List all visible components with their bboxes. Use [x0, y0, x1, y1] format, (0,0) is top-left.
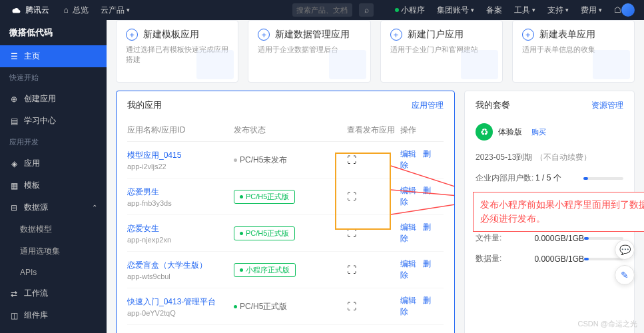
sidebar-home[interactable]: ☰主页 — [0, 45, 107, 67]
sidebar-apis[interactable]: APIs — [0, 262, 107, 282]
sidebar-datasource[interactable]: ⊟数据源⌃ — [0, 196, 107, 218]
sidebar-learn[interactable]: ▤学习中心 — [0, 110, 107, 132]
bell-icon: ☖ — [614, 5, 621, 15]
plus-circle-icon: + — [390, 29, 402, 41]
table-row: 恋爱女生app-njexp2xn PC/H5正式版 ⛶ 编辑删除 — [127, 215, 444, 252]
progress-bar — [584, 237, 623, 240]
chevron-up-icon: ⌃ — [92, 204, 97, 211]
search-button[interactable]: ⌕ — [359, 3, 374, 17]
plus-circle-icon: + — [258, 29, 270, 41]
progress-bar — [583, 177, 623, 180]
sidebar-apps[interactable]: ◈应用 — [0, 153, 107, 174]
avatar[interactable] — [621, 3, 635, 17]
template-card[interactable]: +新建门户应用 适用于企业门户和官网建站 — [380, 20, 503, 83]
buy-link[interactable]: 购买 — [531, 127, 546, 137]
nav-miniprogram[interactable]: 小程序 — [395, 5, 425, 16]
qr-icon[interactable]: ⛶ — [347, 191, 356, 202]
panel-title: 我的应用 — [127, 99, 162, 111]
sidebar-workflow[interactable]: ⇄工作流 — [0, 282, 107, 304]
expire-label: 2023-05-13到期 — [476, 152, 535, 163]
template-card[interactable]: +新建数据管理应用 适用于企业数据管理后台 — [248, 20, 370, 83]
main-content: +新建模板应用 通过选择已有模板快速完成应用搭建 +新建数据管理应用 适用于企业… — [107, 20, 644, 333]
component-icon: ◫ — [9, 311, 19, 320]
nav-tools[interactable]: 工具▾ — [514, 5, 535, 16]
sidebar-group-admin: 管理中心 — [0, 326, 107, 333]
edit-link[interactable]: 编辑 — [400, 259, 416, 268]
template-card[interactable]: +新建表单应用 适用于表单信息的收集 — [512, 20, 635, 83]
qr-icon[interactable]: ⛶ — [347, 264, 356, 275]
sidebar-datamodel[interactable]: 数据模型 — [0, 218, 107, 240]
my-apps-panel: 我的应用 应用管理 应用名称/应用ID 发布状态 查看发布应用 操作 模型应用_… — [116, 91, 455, 333]
table-header: 应用名称/应用ID 发布状态 查看发布应用 操作 — [127, 119, 444, 142]
search-icon: ⌕ — [364, 5, 369, 15]
plus-circle-icon: + — [126, 29, 138, 41]
float-feedback-button[interactable]: ✎ — [615, 265, 635, 285]
nav-group[interactable]: 集团账号▾ — [437, 5, 474, 16]
app-name-link[interactable]: 恋爱盲盒（大学生版） — [127, 260, 234, 271]
watermark: CSDN @命运之光 — [578, 319, 637, 329]
nav-support[interactable]: 支持▾ — [547, 5, 569, 16]
list-icon: ☰ — [9, 52, 19, 61]
template-icon: ▦ — [9, 181, 19, 190]
chevron-down-icon: ▾ — [127, 7, 130, 13]
nav-beian[interactable]: 备案 — [486, 5, 502, 16]
database-icon: ⊟ — [9, 203, 19, 212]
progress-bar — [584, 258, 623, 260]
status-dot-icon — [395, 8, 399, 12]
nav-overview[interactable]: ⌂总览 — [61, 5, 89, 16]
panel-title: 我的套餐 — [476, 99, 510, 111]
sidebar-components[interactable]: ◫组件库 — [0, 304, 107, 326]
search-box[interactable] — [292, 3, 352, 17]
edit-link[interactable]: 编辑 — [400, 296, 416, 305]
app-name-link[interactable]: 模型应用_0415 — [127, 150, 234, 161]
qr-icon[interactable]: ⛶ — [347, 301, 356, 312]
qr-icon[interactable]: ⛶ — [347, 155, 356, 165]
table-row: 快速入门_0413-管理平台app-0eYV2tqQ PC/H5正式版 ⛶ 编辑… — [127, 288, 444, 325]
edit-icon: ✎ — [621, 270, 629, 280]
table-row: 模型应用_0415app-i2vljs22 PC/H5未发布 ⛶ 编辑删除 — [127, 142, 444, 178]
top-nav: 腾讯云 ⌂总览 云产品▾ ⌕ 小程序 集团账号▾ 备案 工具▾ 支持▾ 费用▾ … — [0, 0, 644, 20]
expire-note: （不自动续费） — [535, 152, 591, 163]
plan-name: 体验版 — [498, 127, 522, 138]
search-input[interactable] — [296, 6, 348, 14]
flow-icon: ⇄ — [9, 289, 19, 298]
table-row: 恋爱男生app-fnb3y3ds PC/H5正式版 ⛶ 编辑删除 — [127, 178, 444, 215]
sidebar-group-quickstart: 快速开始 — [0, 67, 107, 88]
plus-circle-icon: + — [522, 29, 534, 41]
table-row: 恋爱盲盒（大学生版）app-wts9cbul 小程序正式版 ⛶ 编辑删除 — [127, 252, 444, 288]
edit-link[interactable]: 编辑 — [400, 186, 416, 195]
package-icon: ♻ — [476, 123, 493, 141]
template-card[interactable]: +新建模板应用 通过选择已有模板快速完成应用搭建 — [116, 20, 238, 83]
annotation-callout: 发布小程序前如果小程序里面用到了数据库，那么数据库也必须进行发布。 — [473, 192, 644, 232]
sidebar-templates[interactable]: ▦模板 — [0, 174, 107, 196]
sidebar-optionset[interactable]: 通用选项集 — [0, 240, 107, 262]
app-icon: ◈ — [9, 159, 19, 168]
sidebar-group-dev: 应用开发 — [0, 132, 107, 153]
app-name-link[interactable]: 恋爱女生 — [127, 223, 234, 234]
cloud-logo-icon — [9, 4, 21, 16]
brand[interactable]: 腾讯云 — [9, 4, 49, 16]
book-icon: ▤ — [9, 117, 19, 126]
float-chat-button[interactable]: 💬 — [615, 240, 635, 260]
app-name-link[interactable]: 恋爱男生 — [127, 186, 234, 198]
edit-link[interactable]: 编辑 — [400, 149, 416, 159]
edit-link[interactable]: 编辑 — [400, 222, 416, 232]
qr-icon[interactable]: ⛶ — [347, 228, 356, 238]
resource-manage-link[interactable]: 资源管理 — [591, 100, 623, 111]
template-row: +新建模板应用 通过选择已有模板快速完成应用搭建 +新建数据管理应用 适用于企业… — [107, 20, 644, 83]
sidebar-create[interactable]: ⊕创建应用 — [0, 88, 107, 110]
nav-notify[interactable]: ☖ — [614, 5, 621, 15]
app-name-link[interactable]: 快速入门_0413-管理平台 — [127, 296, 234, 308]
home-icon: ⌂ — [61, 5, 71, 15]
nav-cost[interactable]: 费用▾ — [581, 5, 602, 16]
plus-icon: ⊕ — [9, 95, 19, 104]
app-manage-link[interactable]: 应用管理 — [412, 100, 444, 111]
sidebar: 微搭低代码 ☰主页 快速开始 ⊕创建应用 ▤学习中心 应用开发 ◈应用 ▦模板 … — [0, 20, 107, 333]
chat-icon: 💬 — [619, 244, 631, 255]
sidebar-title: 微搭低代码 — [0, 20, 107, 45]
nav-products[interactable]: 云产品▾ — [101, 5, 130, 16]
